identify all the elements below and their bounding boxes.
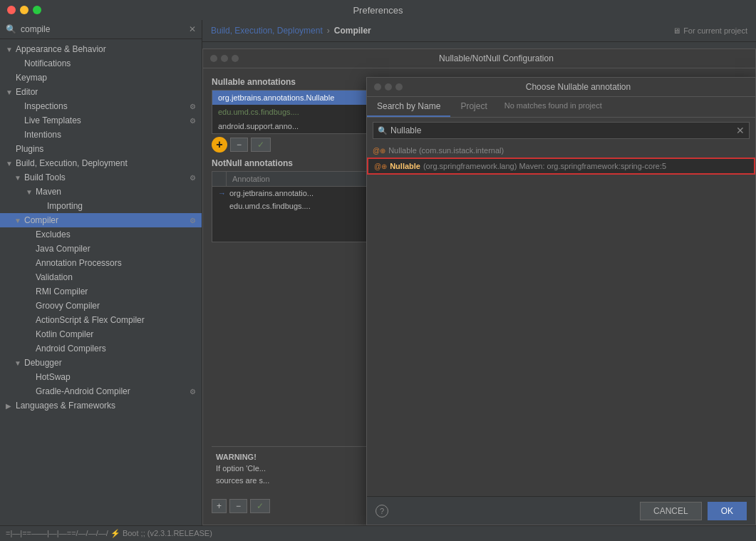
search-box[interactable]: 🔍 ✕: [0, 20, 202, 39]
sidebar-item-label: Notifications: [24, 58, 71, 68]
sidebar-item-label: Intentions: [24, 130, 61, 140]
arrow-icon: ▼: [6, 46, 13, 53]
sidebar-item-annotation-processors[interactable]: Annotation Processors: [0, 256, 202, 270]
sidebar-item-languages-frameworks[interactable]: ▶ Languages & Frameworks: [0, 398, 202, 413]
sidebar-item-label: Languages & Frameworks: [16, 401, 115, 411]
help-button[interactable]: ?: [376, 505, 388, 517]
dialog-dots: [210, 55, 239, 62]
gear-icon: ⚙: [190, 117, 196, 125]
sidebar-item-java-compiler[interactable]: Java Compiler: [0, 242, 202, 256]
sidebar-item-kotlin-compiler[interactable]: Kotlin Compiler: [0, 327, 202, 341]
annotation-search-clear-icon[interactable]: ✕: [736, 125, 745, 136]
choose-annotation-dialog: Choose Nullable annotation Search by Nam…: [366, 77, 756, 525]
search-small-icon: 🔍: [378, 126, 388, 135]
sidebar-item-editor[interactable]: ▼ Editor: [0, 85, 202, 99]
sidebar-item-label: Plugins: [16, 144, 43, 154]
annotation-search-input[interactable]: [390, 125, 736, 135]
tabs-row: Search by Name Project No matches found …: [367, 97, 755, 118]
minimize-button[interactable]: [20, 6, 29, 14]
sidebar-item-label: Groovy Compiler: [36, 301, 100, 311]
search-icon: 🔍: [6, 24, 16, 34]
results-list: @⊕ Nullable (com.sun.istack.internal) @⊕…: [367, 143, 755, 496]
sidebar-item-appearance[interactable]: ▼ Appearance & Behavior: [0, 42, 202, 56]
project-label: For current project: [683, 26, 747, 35]
gear-icon: ⚙: [190, 217, 196, 225]
arrow-icon: ▼: [6, 88, 13, 96]
arrow-icon: ▼: [6, 160, 13, 168]
table-col-arrow: [212, 172, 227, 186]
traffic-lights: [7, 6, 41, 14]
sidebar-item-inspections[interactable]: Inspections ⚙: [0, 99, 202, 113]
sidebar-item-label: ActionScript & Flex Compiler: [36, 315, 145, 325]
gear-icon: ⚙: [190, 174, 196, 182]
sidebar-item-label: Inspections: [24, 101, 68, 111]
choose-dialog-dots: [374, 83, 403, 91]
maximize-button[interactable]: [33, 6, 41, 14]
sidebar-item-rmi-compiler[interactable]: RMI Compiler: [0, 284, 202, 299]
check-annotation-button[interactable]: ✓: [251, 138, 271, 152]
sidebar-item-build-exec[interactable]: ▼ Build, Execution, Deployment: [0, 156, 202, 170]
sidebar-item-label: Appearance & Behavior: [16, 44, 106, 54]
sidebar-item-label: Maven: [36, 187, 61, 197]
arrow-icon: ▶: [6, 402, 13, 410]
add-annotation-button[interactable]: +: [212, 137, 227, 153]
warning-add-button[interactable]: +: [212, 499, 227, 513]
search-row[interactable]: 🔍 ✕: [373, 122, 750, 139]
preferences-window: Preferences 🔍 ✕ ▼ Appearance & Behavior …: [0, 0, 756, 541]
dialog-dot-1: [210, 55, 217, 62]
ok-button[interactable]: OK: [708, 502, 747, 520]
remove-annotation-button[interactable]: −: [230, 138, 248, 152]
breadcrumb-current: Compiler: [334, 26, 371, 36]
arrow-icon: ▼: [14, 359, 21, 367]
sidebar-item-label: Build Tools: [24, 172, 66, 182]
sidebar-item-label: Kotlin Compiler: [36, 329, 93, 339]
sidebar-item-notifications[interactable]: Notifications: [0, 56, 202, 71]
sidebar-item-build-tools[interactable]: ▼ Build Tools ⚙: [0, 170, 202, 185]
sidebar-item-compiler[interactable]: ▼ Compiler ⚙: [0, 213, 202, 227]
sidebar-item-hotswap[interactable]: HotSwap: [0, 370, 202, 384]
sidebar-item-live-templates[interactable]: Live Templates ⚙: [0, 113, 202, 128]
sidebar-item-excludes[interactable]: Excludes: [0, 227, 202, 242]
sidebar-item-label: Keymap: [16, 73, 47, 83]
sidebar-item-label: Live Templates: [24, 115, 81, 125]
warning-remove-button[interactable]: −: [229, 499, 247, 513]
dialog-bottom-bar: ? CANCEL OK: [367, 496, 755, 525]
nullable-title-bar: Nullable/NotNull Configuration: [203, 49, 755, 68]
breadcrumb-parent[interactable]: Build, Execution, Deployment: [211, 26, 323, 36]
warning-check-button[interactable]: ✓: [250, 499, 270, 513]
result-item-2[interactable]: @⊕ Nullable (org.springframework.lang) M…: [367, 158, 755, 175]
sidebar-item-label: Build, Execution, Deployment: [16, 158, 128, 168]
sidebar-item-importing[interactable]: Importing: [0, 199, 202, 213]
sidebar-item-gradle-android[interactable]: Gradle-Android Compiler ⚙: [0, 384, 202, 398]
choose-title-bar: Choose Nullable annotation: [367, 78, 755, 97]
search-input[interactable]: [21, 24, 185, 34]
sidebar-item-label: RMI Compiler: [36, 287, 88, 297]
result-text-2: (org.springframework.lang) Maven: org.sp…: [423, 162, 666, 170]
close-button[interactable]: [7, 6, 16, 14]
search-clear-icon[interactable]: ✕: [189, 24, 196, 34]
sidebar-item-plugins[interactable]: Plugins: [0, 142, 202, 156]
breadcrumb: Build, Execution, Deployment › Compiler …: [202, 20, 756, 42]
sidebar-item-label: Gradle-Android Compiler: [36, 386, 130, 396]
sidebar-item-intentions[interactable]: Intentions: [0, 128, 202, 142]
dot-2: [385, 83, 392, 91]
status-bar: =|—|==——|—|—==/—/—/—/ ⚡ Boot ;; (v2.3.1.…: [0, 525, 756, 541]
sidebar-item-actionscript[interactable]: ActionScript & Flex Compiler: [0, 313, 202, 327]
cancel-button[interactable]: CANCEL: [640, 502, 702, 520]
tab-search-by-name[interactable]: Search by Name: [367, 97, 450, 117]
sidebar-item-android-compilers[interactable]: Android Compilers: [0, 341, 202, 356]
tab-project[interactable]: Project: [450, 97, 497, 117]
sidebar-item-debugger[interactable]: ▼ Debugger: [0, 356, 202, 370]
sidebar-item-validation[interactable]: Validation: [0, 270, 202, 284]
sidebar-item-maven[interactable]: ▼ Maven: [0, 185, 202, 199]
no-matches-text: No matches found in project: [497, 97, 609, 117]
nullable-dialog-title: Nullable/NotNull Configuration: [244, 53, 748, 63]
breadcrumb-separator: ›: [327, 26, 330, 36]
gear-icon: ⚙: [190, 103, 196, 110]
annotation-icon: @⊕: [373, 147, 385, 155]
bottom-buttons: CANCEL OK: [640, 502, 747, 520]
arrow-icon: ▼: [14, 217, 21, 225]
result-item-1[interactable]: @⊕ Nullable (com.sun.istack.internal): [367, 143, 755, 158]
sidebar-item-groovy-compiler[interactable]: Groovy Compiler: [0, 299, 202, 313]
sidebar-item-keymap[interactable]: Keymap: [0, 71, 202, 85]
